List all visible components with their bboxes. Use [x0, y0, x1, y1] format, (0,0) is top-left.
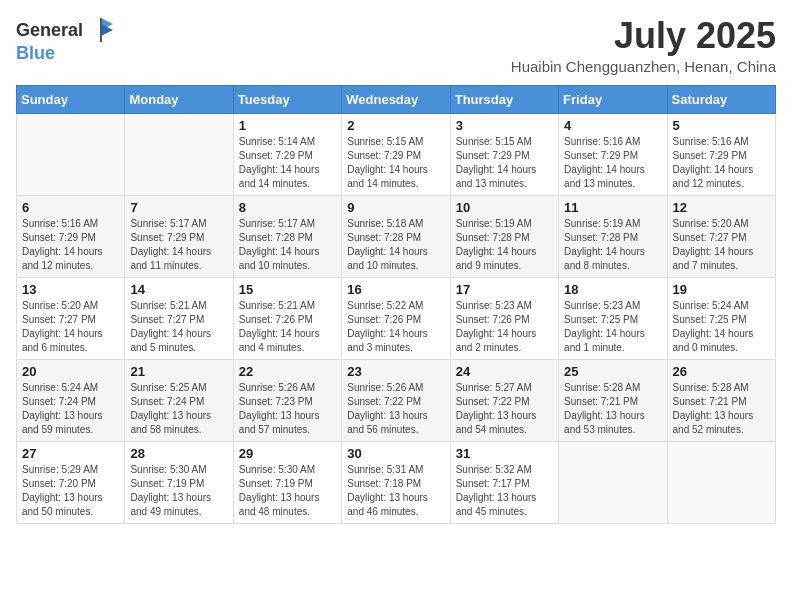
- day-number: 2: [347, 118, 444, 133]
- page-header: General Blue July 2025 Huaibin Chengguan…: [16, 16, 776, 75]
- day-info: Sunrise: 5:25 AM Sunset: 7:24 PM Dayligh…: [130, 381, 227, 437]
- calendar-day-cell: 26Sunrise: 5:28 AM Sunset: 7:21 PM Dayli…: [667, 359, 775, 441]
- calendar-day-cell: 9Sunrise: 5:18 AM Sunset: 7:28 PM Daylig…: [342, 195, 450, 277]
- day-number: 26: [673, 364, 770, 379]
- day-info: Sunrise: 5:29 AM Sunset: 7:20 PM Dayligh…: [22, 463, 119, 519]
- calendar-day-cell: 11Sunrise: 5:19 AM Sunset: 7:28 PM Dayli…: [559, 195, 667, 277]
- day-number: 10: [456, 200, 553, 215]
- calendar-day-cell: 25Sunrise: 5:28 AM Sunset: 7:21 PM Dayli…: [559, 359, 667, 441]
- day-info: Sunrise: 5:16 AM Sunset: 7:29 PM Dayligh…: [673, 135, 770, 191]
- day-info: Sunrise: 5:20 AM Sunset: 7:27 PM Dayligh…: [22, 299, 119, 355]
- calendar-day-cell: 23Sunrise: 5:26 AM Sunset: 7:22 PM Dayli…: [342, 359, 450, 441]
- day-number: 21: [130, 364, 227, 379]
- logo: General Blue: [16, 16, 115, 63]
- calendar-day-cell: 12Sunrise: 5:20 AM Sunset: 7:27 PM Dayli…: [667, 195, 775, 277]
- calendar-day-cell: 28Sunrise: 5:30 AM Sunset: 7:19 PM Dayli…: [125, 441, 233, 523]
- day-info: Sunrise: 5:32 AM Sunset: 7:17 PM Dayligh…: [456, 463, 553, 519]
- day-info: Sunrise: 5:19 AM Sunset: 7:28 PM Dayligh…: [564, 217, 661, 273]
- day-info: Sunrise: 5:26 AM Sunset: 7:22 PM Dayligh…: [347, 381, 444, 437]
- day-number: 18: [564, 282, 661, 297]
- calendar-week-row: 13Sunrise: 5:20 AM Sunset: 7:27 PM Dayli…: [17, 277, 776, 359]
- calendar-day-cell: 6Sunrise: 5:16 AM Sunset: 7:29 PM Daylig…: [17, 195, 125, 277]
- day-info: Sunrise: 5:22 AM Sunset: 7:26 PM Dayligh…: [347, 299, 444, 355]
- day-info: Sunrise: 5:15 AM Sunset: 7:29 PM Dayligh…: [347, 135, 444, 191]
- month-title: July 2025: [511, 16, 776, 56]
- day-info: Sunrise: 5:28 AM Sunset: 7:21 PM Dayligh…: [564, 381, 661, 437]
- calendar-day-cell: 17Sunrise: 5:23 AM Sunset: 7:26 PM Dayli…: [450, 277, 558, 359]
- day-number: 23: [347, 364, 444, 379]
- day-info: Sunrise: 5:15 AM Sunset: 7:29 PM Dayligh…: [456, 135, 553, 191]
- day-info: Sunrise: 5:31 AM Sunset: 7:18 PM Dayligh…: [347, 463, 444, 519]
- calendar-day-cell: 7Sunrise: 5:17 AM Sunset: 7:29 PM Daylig…: [125, 195, 233, 277]
- day-number: 7: [130, 200, 227, 215]
- day-number: 17: [456, 282, 553, 297]
- day-info: Sunrise: 5:28 AM Sunset: 7:21 PM Dayligh…: [673, 381, 770, 437]
- day-number: 4: [564, 118, 661, 133]
- day-number: 14: [130, 282, 227, 297]
- title-block: July 2025 Huaibin Chengguanzhen, Henan, …: [511, 16, 776, 75]
- day-number: 13: [22, 282, 119, 297]
- day-number: 15: [239, 282, 336, 297]
- weekday-header-sunday: Sunday: [17, 85, 125, 113]
- calendar-day-cell: 27Sunrise: 5:29 AM Sunset: 7:20 PM Dayli…: [17, 441, 125, 523]
- calendar-day-cell: 21Sunrise: 5:25 AM Sunset: 7:24 PM Dayli…: [125, 359, 233, 441]
- day-number: 12: [673, 200, 770, 215]
- day-info: Sunrise: 5:21 AM Sunset: 7:27 PM Dayligh…: [130, 299, 227, 355]
- day-info: Sunrise: 5:26 AM Sunset: 7:23 PM Dayligh…: [239, 381, 336, 437]
- day-number: 11: [564, 200, 661, 215]
- calendar-day-cell: [17, 113, 125, 195]
- calendar-day-cell: 10Sunrise: 5:19 AM Sunset: 7:28 PM Dayli…: [450, 195, 558, 277]
- day-number: 5: [673, 118, 770, 133]
- day-number: 16: [347, 282, 444, 297]
- calendar-day-cell: 15Sunrise: 5:21 AM Sunset: 7:26 PM Dayli…: [233, 277, 341, 359]
- day-info: Sunrise: 5:16 AM Sunset: 7:29 PM Dayligh…: [564, 135, 661, 191]
- calendar-day-cell: 31Sunrise: 5:32 AM Sunset: 7:17 PM Dayli…: [450, 441, 558, 523]
- day-number: 30: [347, 446, 444, 461]
- day-number: 22: [239, 364, 336, 379]
- day-info: Sunrise: 5:24 AM Sunset: 7:25 PM Dayligh…: [673, 299, 770, 355]
- day-number: 3: [456, 118, 553, 133]
- day-info: Sunrise: 5:21 AM Sunset: 7:26 PM Dayligh…: [239, 299, 336, 355]
- day-info: Sunrise: 5:30 AM Sunset: 7:19 PM Dayligh…: [130, 463, 227, 519]
- calendar-day-cell: 1Sunrise: 5:14 AM Sunset: 7:29 PM Daylig…: [233, 113, 341, 195]
- calendar-day-cell: 24Sunrise: 5:27 AM Sunset: 7:22 PM Dayli…: [450, 359, 558, 441]
- day-info: Sunrise: 5:30 AM Sunset: 7:19 PM Dayligh…: [239, 463, 336, 519]
- calendar-day-cell: [559, 441, 667, 523]
- calendar-day-cell: 16Sunrise: 5:22 AM Sunset: 7:26 PM Dayli…: [342, 277, 450, 359]
- calendar-day-cell: 18Sunrise: 5:23 AM Sunset: 7:25 PM Dayli…: [559, 277, 667, 359]
- calendar-week-row: 1Sunrise: 5:14 AM Sunset: 7:29 PM Daylig…: [17, 113, 776, 195]
- day-number: 20: [22, 364, 119, 379]
- day-number: 19: [673, 282, 770, 297]
- calendar-week-row: 27Sunrise: 5:29 AM Sunset: 7:20 PM Dayli…: [17, 441, 776, 523]
- weekday-header-tuesday: Tuesday: [233, 85, 341, 113]
- calendar-day-cell: 14Sunrise: 5:21 AM Sunset: 7:27 PM Dayli…: [125, 277, 233, 359]
- day-info: Sunrise: 5:17 AM Sunset: 7:29 PM Dayligh…: [130, 217, 227, 273]
- weekday-header-thursday: Thursday: [450, 85, 558, 113]
- day-info: Sunrise: 5:23 AM Sunset: 7:25 PM Dayligh…: [564, 299, 661, 355]
- logo-blue: Blue: [16, 43, 55, 63]
- calendar-day-cell: 20Sunrise: 5:24 AM Sunset: 7:24 PM Dayli…: [17, 359, 125, 441]
- day-number: 9: [347, 200, 444, 215]
- day-number: 1: [239, 118, 336, 133]
- day-number: 29: [239, 446, 336, 461]
- calendar-day-cell: 30Sunrise: 5:31 AM Sunset: 7:18 PM Dayli…: [342, 441, 450, 523]
- day-info: Sunrise: 5:18 AM Sunset: 7:28 PM Dayligh…: [347, 217, 444, 273]
- svg-rect-2: [100, 18, 102, 42]
- day-number: 28: [130, 446, 227, 461]
- calendar-day-cell: 22Sunrise: 5:26 AM Sunset: 7:23 PM Dayli…: [233, 359, 341, 441]
- day-info: Sunrise: 5:14 AM Sunset: 7:29 PM Dayligh…: [239, 135, 336, 191]
- calendar-week-row: 6Sunrise: 5:16 AM Sunset: 7:29 PM Daylig…: [17, 195, 776, 277]
- calendar-week-row: 20Sunrise: 5:24 AM Sunset: 7:24 PM Dayli…: [17, 359, 776, 441]
- day-number: 8: [239, 200, 336, 215]
- calendar-day-cell: 19Sunrise: 5:24 AM Sunset: 7:25 PM Dayli…: [667, 277, 775, 359]
- calendar-day-cell: [125, 113, 233, 195]
- weekday-header-saturday: Saturday: [667, 85, 775, 113]
- day-info: Sunrise: 5:19 AM Sunset: 7:28 PM Dayligh…: [456, 217, 553, 273]
- day-info: Sunrise: 5:23 AM Sunset: 7:26 PM Dayligh…: [456, 299, 553, 355]
- weekday-header-friday: Friday: [559, 85, 667, 113]
- calendar-day-cell: 8Sunrise: 5:17 AM Sunset: 7:28 PM Daylig…: [233, 195, 341, 277]
- weekday-header-wednesday: Wednesday: [342, 85, 450, 113]
- day-number: 25: [564, 364, 661, 379]
- location-title: Huaibin Chengguanzhen, Henan, China: [511, 58, 776, 75]
- logo-general: General: [16, 21, 83, 39]
